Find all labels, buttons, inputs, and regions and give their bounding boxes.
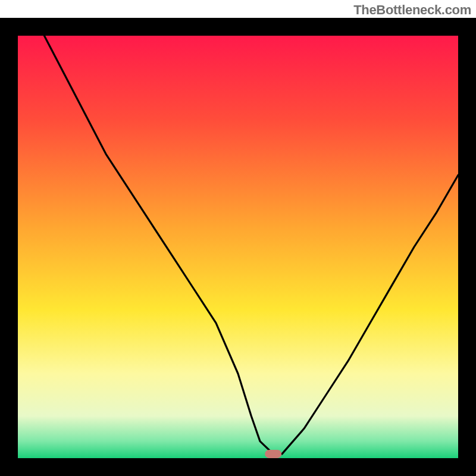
plot-background-gradient [18, 36, 458, 458]
optimal-point-marker [265, 450, 281, 458]
chart-container: TheBottleneck.com [0, 0, 476, 476]
watermark-text: TheBottleneck.com [353, 2, 471, 18]
bottleneck-chart [0, 0, 476, 476]
